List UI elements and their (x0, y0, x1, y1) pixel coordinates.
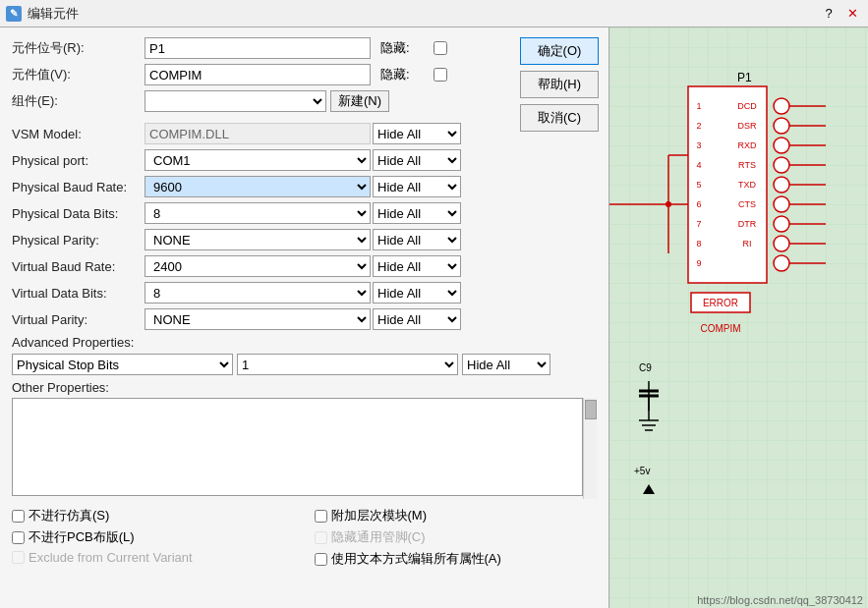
svg-point-7 (774, 157, 789, 173)
no-pcb-checkbox[interactable] (12, 531, 25, 544)
new-button[interactable]: 新建(N) (330, 90, 389, 112)
adv-stop-val-select[interactable]: 1 2 (237, 354, 458, 375)
action-buttons: 确定(O) 帮助(H) 取消(C) (520, 37, 599, 132)
adv-label: Advanced Properties: (12, 335, 597, 350)
virt-parity-select[interactable]: NONE ODD EVEN (145, 308, 371, 330)
bottom-left-col: 不进行仿真(S) 不进行PCB布版(L) Exclude from Curren… (12, 507, 295, 572)
svg-text:RTS: RTS (738, 160, 756, 170)
virt-baud-hide-select[interactable]: Hide All (373, 255, 461, 277)
svg-point-9 (774, 196, 789, 212)
exclude-variant-row: Exclude from Current Variant (12, 550, 295, 565)
virt-data-hide-select[interactable]: Hide All (373, 282, 461, 304)
svg-point-12 (774, 255, 789, 271)
svg-text:6: 6 (696, 199, 701, 209)
ref-label: 元件位号(R): (12, 39, 145, 57)
v5-label: +5v (634, 466, 650, 476)
help-dialog-button[interactable]: 帮助(H) (520, 71, 599, 98)
add-hier-row: 附加层次模块(M) (315, 507, 598, 525)
text-edit-checkbox[interactable] (315, 553, 327, 566)
no-pcb-row: 不进行PCB布版(L) (12, 528, 295, 546)
virt-baud-select[interactable]: 2400 1200 4800 9600 (145, 255, 371, 277)
other-textarea[interactable] (12, 398, 583, 496)
phys-data-hide-select[interactable]: Hide All (373, 202, 461, 224)
vsm-label: VSM Model: (12, 127, 145, 141)
no-sim-checkbox[interactable] (12, 510, 25, 523)
add-hier-checkbox[interactable] (315, 510, 327, 523)
svg-text:7: 7 (696, 219, 701, 229)
vsm-value: COMPIM.DLL (145, 123, 371, 144)
phys-port-hide-select[interactable]: Hide All (373, 149, 461, 171)
voltage-arrow (643, 484, 655, 494)
close-button[interactable]: ✕ (842, 4, 862, 24)
other-textarea-wrapper (12, 398, 597, 499)
p1-circuit-label: P1 (737, 71, 752, 84)
phys-parity-select[interactable]: NONE ODD EVEN (145, 229, 371, 250)
value-hide-label: 隐藏: (380, 66, 430, 83)
phys-baud-label: Physical Baud Rate: (12, 180, 145, 194)
vsm-row: VSM Model: COMPIM.DLL Hide All (12, 123, 597, 144)
virt-parity-hide-select[interactable]: Hide All (373, 308, 461, 330)
ref-input[interactable] (145, 37, 371, 59)
ref-hide-checkbox[interactable] (434, 41, 447, 55)
vsm-hide-select[interactable]: Hide All (373, 123, 461, 144)
virt-baud-label: Virtual Baud Rate: (12, 259, 145, 274)
svg-text:TXD: TXD (738, 180, 757, 190)
error-label: ERROR (703, 298, 738, 308)
help-button[interactable]: ? (819, 4, 839, 24)
text-edit-row: 使用文本方式编辑所有属性(A) (315, 550, 598, 568)
exclude-variant-label: Exclude from Current Variant (29, 550, 193, 565)
value-input[interactable] (145, 64, 371, 85)
compim-bottom-label: COMPIM (700, 323, 740, 334)
phys-baud-select[interactable]: 9600 1200 2400 4800 19200 (145, 176, 371, 197)
phys-parity-row: Physical Parity: NONE ODD EVEN Hide All (12, 229, 597, 250)
phys-parity-hide-select[interactable]: Hide All (373, 229, 461, 250)
svg-text:4: 4 (696, 160, 701, 170)
phys-baud-row: Physical Baud Rate: 9600 1200 2400 4800 … (12, 176, 597, 197)
group-select[interactable] (145, 90, 326, 112)
svg-text:2: 2 (696, 121, 701, 131)
virt-baud-row: Virtual Baud Rate: 2400 1200 4800 9600 H… (12, 255, 597, 277)
text-edit-label: 使用文本方式编辑所有属性(A) (331, 550, 501, 568)
value-hide-checkbox[interactable] (434, 68, 447, 82)
svg-text:RI: RI (743, 239, 752, 249)
phys-baud-hide-select[interactable]: Hide All (373, 176, 461, 197)
ok-button[interactable]: 确定(O) (520, 37, 599, 65)
virt-parity-row: Virtual Parity: NONE ODD EVEN Hide All (12, 308, 597, 330)
other-scrollbar[interactable] (583, 398, 597, 499)
hide-pins-row: 隐藏通用管脚(C) (315, 528, 598, 546)
svg-text:3: 3 (696, 140, 701, 150)
phys-port-row: Physical port: COM1 COM2 COM3 Hide All (12, 149, 597, 171)
svg-text:8: 8 (696, 239, 701, 249)
svg-text:RXD: RXD (737, 140, 757, 150)
virt-data-select[interactable]: 8 7 6 (145, 282, 371, 304)
right-panel: P1 1 2 (609, 28, 868, 608)
exclude-variant-checkbox (12, 551, 25, 564)
phys-data-select[interactable]: 8 7 6 5 (145, 202, 371, 224)
group-label: 组件(E): (12, 92, 145, 110)
ref-hide-label: 隐藏: (380, 39, 430, 57)
svg-text:CTS: CTS (738, 199, 756, 209)
svg-text:DSR: DSR (737, 121, 757, 131)
svg-point-6 (774, 138, 789, 153)
phys-port-label: Physical port: (12, 153, 145, 168)
dialog-title: 编辑元件 (28, 5, 79, 23)
virt-data-label: Virtual Data Bits: (12, 286, 145, 301)
phys-data-row: Physical Data Bits: 8 7 6 5 Hide All (12, 202, 597, 224)
adv-stop-select[interactable]: Physical Stop Bits (12, 354, 233, 375)
phys-port-select[interactable]: COM1 COM2 COM3 (145, 149, 371, 171)
scrollbar-thumb (585, 400, 597, 419)
add-hier-label: 附加层次模块(M) (331, 507, 428, 525)
ref-row: 元件位号(R): 隐藏: (12, 37, 597, 59)
virt-parity-label: Virtual Parity: (12, 312, 145, 327)
cancel-button[interactable]: 取消(C) (520, 104, 599, 132)
phys-data-label: Physical Data Bits: (12, 206, 145, 221)
circuit-svg: P1 1 2 (609, 28, 868, 608)
circuit-background: P1 1 2 (609, 28, 868, 608)
dialog-panel: 元件位号(R): 隐藏: 元件值(V): 隐藏: 组件(E): 新建(N) VS… (0, 28, 609, 608)
svg-point-10 (774, 216, 789, 232)
svg-text:9: 9 (696, 258, 701, 268)
svg-point-11 (774, 236, 789, 251)
svg-text:DCD: DCD (737, 101, 757, 111)
no-sim-row: 不进行仿真(S) (12, 507, 295, 525)
adv-stop-hide-select[interactable]: Hide All (462, 354, 550, 375)
